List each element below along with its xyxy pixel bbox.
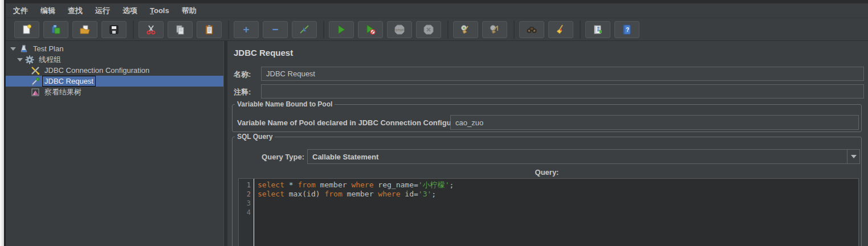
test-plan-icon	[19, 44, 28, 54]
query-type-value: Callable Statement	[308, 150, 847, 163]
start-no-timers-icon	[365, 24, 376, 35]
start-no-timers-button[interactable]	[358, 21, 383, 38]
tree-item-label: 线程组	[37, 55, 63, 64]
line-number: 4	[239, 208, 254, 217]
svg-text:?: ?	[626, 27, 629, 33]
window-left-border	[4, 0, 6, 246]
combobox-arrow-button[interactable]	[847, 150, 859, 163]
expand-arrow-icon[interactable]	[17, 58, 23, 62]
stop-button[interactable]: STOP	[387, 21, 412, 38]
query-label: Query:	[233, 168, 861, 177]
function-helper-icon	[592, 24, 604, 35]
toolbar-separator	[514, 20, 515, 39]
toolbar-separator	[323, 20, 324, 39]
thread-group-icon	[25, 55, 34, 64]
templates-button[interactable]	[43, 21, 68, 38]
sql-group-legend: SQL Query	[235, 133, 275, 141]
tree-item-test-plan[interactable]: Test Plan	[6, 43, 223, 54]
comment-input[interactable]	[261, 84, 864, 99]
new-file-button[interactable]	[14, 21, 39, 38]
toggle-button[interactable]	[292, 21, 317, 38]
stop-icon: STOP	[394, 24, 405, 35]
open-button[interactable]	[72, 21, 97, 38]
menu-options[interactable]: 选项	[116, 6, 144, 16]
editor-line-number-gutter: 1 2 3 4	[239, 179, 254, 246]
toolbar: + − STOP	[6, 18, 868, 41]
tree-item-thread-group[interactable]: 线程组	[6, 54, 223, 65]
name-input[interactable]	[261, 67, 864, 81]
line-number: 1	[239, 181, 254, 190]
window-top-edge	[0, 0, 868, 3]
jdbc-request-icon	[31, 77, 40, 86]
toggle-arrows-icon	[299, 24, 310, 35]
query-type-label: Query Type:	[233, 153, 304, 161]
save-button[interactable]	[101, 21, 127, 38]
start-button[interactable]	[329, 21, 354, 38]
line-number: 3	[239, 199, 254, 208]
menu-search[interactable]: 查找	[62, 6, 89, 16]
toolbar-separator	[447, 20, 449, 39]
desktop-background-strip	[0, 0, 4, 246]
jdbc-request-panel: JDBC Request 名称: 注释: Variable Name Bound…	[227, 41, 868, 246]
svg-text:STOP: STOP	[396, 28, 404, 31]
tree-item-jdbc-request[interactable]: JDBC Request	[6, 76, 223, 87]
name-label: 名称:	[234, 69, 251, 80]
cut-icon	[145, 24, 157, 35]
help-icon: ?	[621, 24, 633, 35]
shutdown-button[interactable]	[416, 21, 441, 38]
minus-icon: −	[272, 24, 278, 35]
copy-icon	[174, 24, 186, 35]
sql-query-group: SQL Query Query Type: Callable Statement…	[232, 133, 862, 246]
code-line: select * from member where reg_name='小柠檬…	[258, 181, 858, 190]
expand-arrow-icon[interactable]	[10, 47, 16, 51]
clear-icon	[460, 24, 471, 35]
add-button[interactable]: +	[234, 21, 259, 38]
page-title: JDBC Request	[234, 48, 293, 58]
tree-main-splitter[interactable]	[223, 41, 227, 246]
clear-all-button[interactable]	[482, 21, 507, 38]
new-file-icon	[21, 24, 32, 35]
tree-item-jdbc-connection-configuration[interactable]: JDBC Connection Configuration	[6, 65, 223, 76]
paste-button[interactable]	[197, 21, 222, 38]
tree-item-label: Test Plan	[31, 44, 65, 54]
menu-run[interactable]: 运行	[89, 6, 116, 16]
pool-variable-input[interactable]	[450, 115, 859, 130]
menu-tools-rest: ools	[154, 6, 169, 15]
toolbar-separator	[133, 20, 134, 39]
menu-tools[interactable]: Tools	[144, 6, 176, 15]
cut-button[interactable]	[138, 21, 164, 38]
start-icon	[336, 24, 347, 35]
chevron-down-icon	[851, 155, 857, 158]
sql-code-area[interactable]: select * from member where reg_name='小柠檬…	[254, 179, 858, 246]
copy-button[interactable]	[168, 21, 193, 38]
clear-search-button[interactable]	[548, 21, 573, 38]
pool-variable-group: Variable Name Bound to Pool Variable Nam…	[232, 100, 862, 132]
jdbc-config-icon	[31, 66, 40, 75]
toolbar-separator	[580, 20, 581, 39]
tree-item-label: JDBC Request	[43, 76, 95, 86]
tree-item-view-results-tree[interactable]: 察看结果树	[6, 87, 223, 97]
test-plan-tree: Test Plan 线程组 JDBC Connection Configurat…	[6, 41, 223, 246]
clear-button[interactable]	[453, 21, 478, 38]
menu-edit[interactable]: 编辑	[34, 6, 62, 16]
comment-label: 注释:	[234, 87, 251, 97]
pool-group-legend: Variable Name Bound to Pool	[235, 100, 335, 108]
menu-help[interactable]: 帮助	[176, 6, 203, 16]
view-results-tree-icon	[31, 88, 40, 97]
help-button[interactable]: ?	[614, 21, 639, 38]
query-type-combobox[interactable]: Callable Statement	[307, 149, 860, 164]
function-helper-button[interactable]	[585, 21, 610, 38]
code-line	[258, 208, 858, 217]
tree-item-label: 察看结果树	[43, 87, 83, 97]
code-line	[258, 199, 858, 208]
menu-file[interactable]: 文件	[7, 6, 34, 16]
pool-variable-label: Variable Name of Pool declared in JDBC C…	[237, 118, 474, 127]
line-number: 2	[239, 190, 254, 199]
menu-tools-mnemonic: T	[150, 6, 154, 15]
tree-item-label: JDBC Connection Configuration	[43, 65, 151, 75]
binoculars-icon	[526, 24, 537, 35]
sql-editor[interactable]: 1 2 3 4 select * from member where reg_n…	[238, 178, 859, 246]
remove-button[interactable]: −	[263, 21, 288, 38]
search-button[interactable]	[519, 21, 544, 38]
code-line: select max(id) from member where id='3';	[258, 190, 858, 199]
